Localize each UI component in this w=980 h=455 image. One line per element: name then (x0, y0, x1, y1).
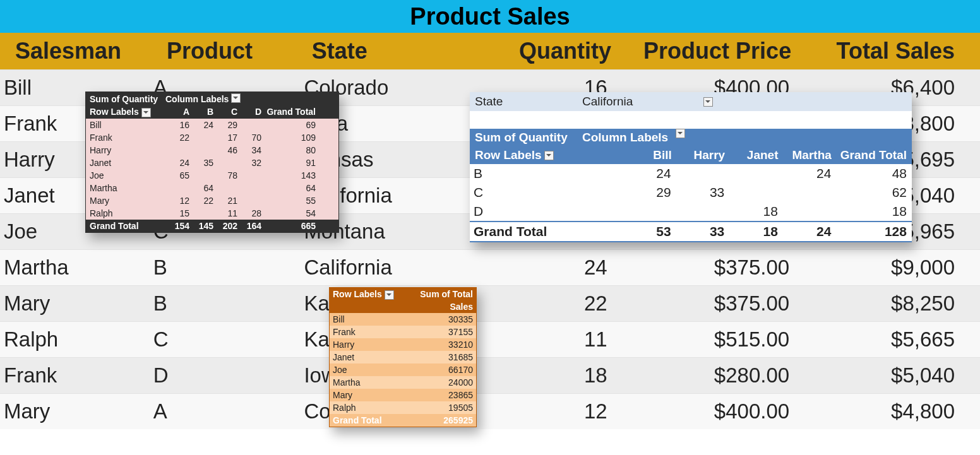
pivot1-row-total: 64 (261, 182, 316, 194)
pivot1-row: Bill16242969 (86, 119, 338, 131)
pivot1-name: Martha (90, 182, 165, 194)
cell-product: D (150, 358, 301, 393)
pivot3-name: Ralph (333, 401, 409, 414)
pivot1-value: 12 (165, 194, 189, 207)
pivot1-value (237, 194, 261, 207)
pivot1-name: Harry (90, 144, 165, 157)
table-row: MaryAColorado12$400.00$4,800 (0, 393, 980, 429)
col-state: State (312, 33, 485, 69)
pivot3-value: 24000 (409, 376, 473, 389)
cell-quantity: 11 (479, 322, 623, 357)
cell-product: B (150, 250, 301, 285)
pivot2-col-3: Martha (778, 146, 831, 164)
pivot2-row-total: 48 (831, 164, 912, 183)
pivot1-row-total: 80 (261, 144, 316, 157)
pivot-quantity-by-salesman: Sum of Quantity Column Labels Row Labels… (85, 92, 339, 233)
cell-total: $4,800 (801, 394, 980, 429)
pivot1-row: Ralph15112854 (86, 207, 338, 220)
table-row: MaryBKansas22$375.00$8,250 (0, 285, 980, 321)
pivot1-value: 24 (165, 157, 189, 169)
pivot1-row-total: 54 (261, 207, 316, 220)
pivot3-value: 37155 (409, 326, 473, 338)
pivot3-row: Bill30335 (330, 313, 476, 326)
pivot2-value (778, 202, 832, 221)
cell-total: $8,250 (801, 286, 980, 321)
table-row: RalphCKansas11$515.00$5,665 (0, 321, 980, 357)
pivot1-value: 22 (189, 194, 213, 207)
pivot2-row: D1818 (470, 202, 912, 221)
pivot1-value: 64 (189, 182, 213, 194)
pivot3-row: Ralph19505 (330, 401, 476, 414)
pivot3-name: Janet (333, 351, 409, 363)
cell-salesman: Martha (0, 250, 150, 285)
pivot1-sum-label: Sum of Quantity (90, 93, 165, 105)
pivot1-col-d: D (237, 106, 261, 117)
pivot3-value: 33210 (409, 338, 473, 351)
pivot2-gt-label: Grand Total (474, 222, 572, 241)
dropdown-icon[interactable] (231, 93, 241, 103)
pivot2-filter-row: State California (470, 92, 912, 111)
pivot3-name: Joe (333, 363, 409, 376)
cell-total: $5,040 (801, 358, 980, 393)
filter-dropdown-icon[interactable] (703, 97, 713, 107)
cell-total: $9,000 (801, 250, 980, 285)
col-product: Product (159, 33, 312, 69)
pivot1-gt-d: 164 (237, 220, 261, 232)
pivot3-row: Harry33210 (330, 338, 476, 351)
cell-product: C (150, 322, 301, 357)
pivot1-value: 34 (237, 144, 261, 157)
pivot1-row-total: 91 (261, 157, 316, 169)
pivot1-value: 22 (165, 131, 189, 144)
pivot1-value: 78 (213, 169, 237, 182)
pivot3-row: Joe66170 (330, 363, 476, 376)
pivot2-name: C (474, 183, 572, 202)
table-row: FrankDIowa18$280.00$5,040 (0, 357, 980, 393)
pivot1-value: 21 (213, 194, 237, 207)
dropdown-icon[interactable] (385, 290, 394, 300)
pivot2-gt-1: 33 (671, 222, 725, 241)
pivot1-row: Martha6464 (86, 182, 338, 194)
dropdown-icon[interactable] (141, 108, 151, 117)
pivot3-value: 23865 (409, 389, 473, 401)
pivot1-value (189, 207, 213, 220)
pivot2-grand-label: Grand Total (832, 146, 912, 164)
pivot2-value: 33 (671, 183, 725, 202)
pivot2-name: D (474, 202, 572, 221)
pivot3-gt-value: 265925 (409, 414, 473, 427)
pivot3-val-label: Sum of Total Sales (409, 288, 473, 313)
cell-price: $400.00 (623, 394, 801, 429)
col-price: Product Price (626, 33, 803, 69)
pivot1-name: Janet (90, 157, 165, 169)
pivot-quantity-by-state: State California Sum of Quantity Column … (470, 92, 912, 242)
pivot1-gt-total: 665 (261, 220, 316, 232)
cell-salesman: Frank (0, 358, 150, 393)
cell-salesman: Mary (0, 286, 150, 321)
cell-state: California (300, 250, 479, 285)
pivot1-value: 28 (237, 207, 261, 220)
pivot1-value (189, 131, 213, 144)
pivot1-value: 17 (213, 131, 237, 144)
pivot3-value: 19505 (409, 401, 473, 414)
pivot1-value: 15 (165, 207, 189, 220)
pivot1-row: Harry463480 (86, 144, 338, 157)
pivot1-grand-label: Grand Total (261, 106, 316, 117)
col-salesman: Salesman (0, 33, 159, 69)
pivot2-filter-field: State (470, 92, 582, 111)
pivot1-row-total: 69 (261, 119, 316, 131)
cell-price: $280.00 (623, 358, 801, 393)
pivot3-grand-total-row: Grand Total 265925 (330, 414, 476, 427)
pivot2-row-total: 62 (831, 183, 912, 202)
pivot1-value: 46 (213, 144, 237, 157)
pivot1-value (189, 144, 213, 157)
pivot1-gt-label: Grand Total (90, 220, 165, 232)
pivot1-value: 24 (189, 119, 213, 131)
cell-price: $515.00 (623, 322, 801, 357)
dropdown-icon[interactable] (676, 129, 685, 138)
pivot2-value (671, 164, 725, 183)
pivot2-value: 29 (572, 183, 671, 202)
pivot1-row-total: 143 (261, 169, 316, 182)
pivot2-gt-total: 128 (831, 222, 912, 241)
pivot1-name: Joe (90, 169, 165, 182)
pivot3-name: Bill (333, 313, 409, 326)
dropdown-icon[interactable] (544, 151, 554, 160)
